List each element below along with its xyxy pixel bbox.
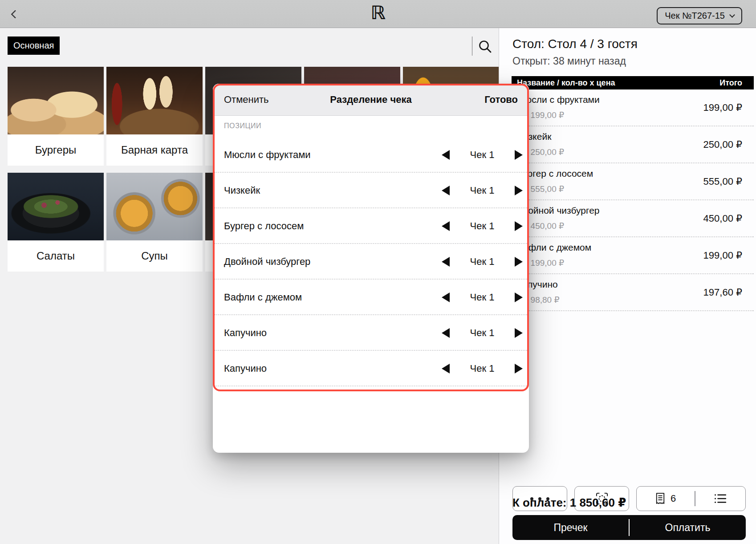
split-item-row: Двойной чизбургер Чек 1 (213, 244, 529, 280)
receipt-count-button[interactable]: 6 (655, 492, 676, 505)
order-table-header: Название / кол-во х цена Итого (512, 76, 754, 89)
amount-due: К оплате: 1 850,60 ₽ (512, 496, 626, 510)
list-icon (714, 494, 727, 503)
split-item-row: Капучино Чек 1 (213, 351, 529, 386)
search-divider (472, 37, 472, 56)
category-label: Бургеры (8, 134, 104, 166)
category-label: Салаты (8, 240, 104, 272)
category-card-salads[interactable]: Салаты (8, 173, 104, 272)
split-items: Мюсли с фруктами Чек 1 Чизкейк Чек 1 Бур… (213, 137, 529, 386)
split-item-label: Мюсли с фруктами (224, 149, 311, 161)
receipt-icon (655, 492, 665, 505)
split-item-label: Капучино (224, 363, 267, 374)
receipt-count: 6 (671, 493, 676, 504)
split-item-label: Бургер с лососем (224, 220, 304, 232)
prev-check-arrow-icon[interactable] (442, 257, 450, 267)
next-check-arrow-icon[interactable] (515, 150, 523, 160)
item-total: 250,00 ₽ (703, 139, 742, 150)
order-item-row[interactable]: Вафли с джемом 1 х 199,00 ₽ 199,00 ₽ (512, 237, 754, 274)
prev-check-arrow-icon[interactable] (442, 328, 450, 338)
next-check-arrow-icon[interactable] (515, 186, 523, 195)
pay-button[interactable]: Оплатить (630, 522, 746, 534)
check-assignment-label: Чек 1 (465, 149, 500, 161)
chevron-down-icon (729, 12, 735, 18)
split-item-row: Вафли с джемом Чек 1 (213, 280, 529, 315)
positions-section-label: ПОЗИЦИИ (224, 122, 261, 130)
order-item-row[interactable]: Чизкейк 1 х 250,00 ₽ 250,00 ₽ (512, 126, 754, 163)
category-card-soups[interactable]: Супы (106, 173, 203, 272)
button-divider (695, 491, 695, 506)
check-assignment-label: Чек 1 (465, 327, 500, 339)
done-button[interactable]: Готово (484, 94, 518, 106)
category-photo (106, 67, 203, 134)
split-item-row: Бургер с лососем Чек 1 (213, 208, 529, 244)
check-assignment-label: Чек 1 (465, 220, 500, 232)
item-list-button[interactable] (714, 494, 727, 503)
check-selector-label: Чек №Т267-15 (665, 11, 725, 21)
next-check-arrow-icon[interactable] (515, 257, 523, 267)
next-check-arrow-icon[interactable] (515, 292, 523, 302)
name-column-header: Название / кол-во х цена (517, 78, 615, 88)
total-column-header: Итого (719, 78, 742, 88)
category-label: Барная карта (106, 134, 203, 166)
split-item-label: Двойной чизбургер (224, 256, 310, 268)
search-icon[interactable] (477, 39, 493, 55)
prev-check-arrow-icon[interactable] (442, 221, 450, 231)
category-photo (106, 173, 203, 240)
prev-check-arrow-icon[interactable] (442, 364, 450, 373)
split-check-modal: Отменить Разделение чека Готово ПОЗИЦИИ … (213, 84, 529, 453)
check-assignment-label: Чек 1 (465, 256, 500, 268)
prev-check-arrow-icon[interactable] (442, 186, 450, 195)
check-assignment-label: Чек 1 (465, 363, 500, 374)
split-item-label: Вафли с джемом (224, 292, 302, 303)
order-item-row[interactable]: Бургер с лососем 1 х 555,00 ₽ 555,00 ₽ (512, 163, 754, 200)
pay-bar: Пречек Оплатить (512, 515, 746, 540)
order-panel: Стол: Стол 4 / 3 гостя Открыт: 38 минут … (499, 28, 756, 544)
category-photo (8, 173, 104, 240)
check-selector-button[interactable]: Чек №Т267-15 (657, 7, 742, 24)
next-check-arrow-icon[interactable] (515, 364, 523, 373)
item-total: 199,00 ₽ (703, 250, 742, 261)
pos-screen: ℝ Чек №Т267-15 Основная Бургеры Барная к… (0, 0, 756, 544)
item-total: 199,00 ₽ (703, 102, 742, 114)
order-item-row[interactable]: Двойной чизбургер 1 х 450,00 ₽ 450,00 ₽ (512, 200, 754, 237)
split-item-row: Капучино Чек 1 (213, 315, 529, 351)
item-name: Двойной чизбургер (517, 205, 600, 216)
modal-header: Отменить Разделение чека Готово (213, 84, 529, 116)
category-card-burgers[interactable]: Бургеры (8, 67, 104, 166)
item-total: 450,00 ₽ (703, 213, 742, 224)
check-assignment-label: Чек 1 (465, 185, 500, 196)
split-item-label: Капучино (224, 327, 267, 339)
app-logo: ℝ (0, 2, 756, 24)
modal-title: Разделение чека (213, 94, 529, 106)
category-photo (8, 67, 104, 134)
category-card-bar[interactable]: Барная карта (106, 67, 203, 166)
next-check-arrow-icon[interactable] (515, 328, 523, 338)
order-item-row[interactable]: Мюсли с фруктами 1 х 199,00 ₽ 199,00 ₽ (512, 89, 754, 126)
open-duration: Открыт: 38 минут назад (512, 55, 626, 67)
receipts-button-group: 6 (636, 486, 746, 511)
table-info: Стол: Стол 4 / 3 гостя (512, 37, 638, 51)
prev-check-arrow-icon[interactable] (442, 292, 450, 302)
top-bar: ℝ Чек №Т267-15 (0, 0, 756, 28)
item-name: Мюсли с фруктами (517, 94, 600, 105)
check-assignment-label: Чек 1 (465, 292, 500, 303)
next-check-arrow-icon[interactable] (515, 221, 523, 231)
split-item-row: Чизкейк Чек 1 (213, 173, 529, 208)
prev-check-arrow-icon[interactable] (442, 150, 450, 160)
precheck-button[interactable]: Пречек (512, 522, 629, 534)
item-total: 197,60 ₽ (703, 287, 742, 298)
category-label: Супы (106, 240, 203, 272)
split-item-row: Мюсли с фруктами Чек 1 (213, 137, 529, 173)
item-total: 555,00 ₽ (703, 176, 742, 187)
menu-group-badge[interactable]: Основная (8, 37, 60, 55)
split-item-label: Чизкейк (224, 185, 260, 196)
order-item-row[interactable]: Капучино 2 х 98,80 ₽ 197,60 ₽ (512, 274, 754, 311)
order-items: Мюсли с фруктами 1 х 199,00 ₽ 199,00 ₽ Ч… (512, 89, 754, 311)
